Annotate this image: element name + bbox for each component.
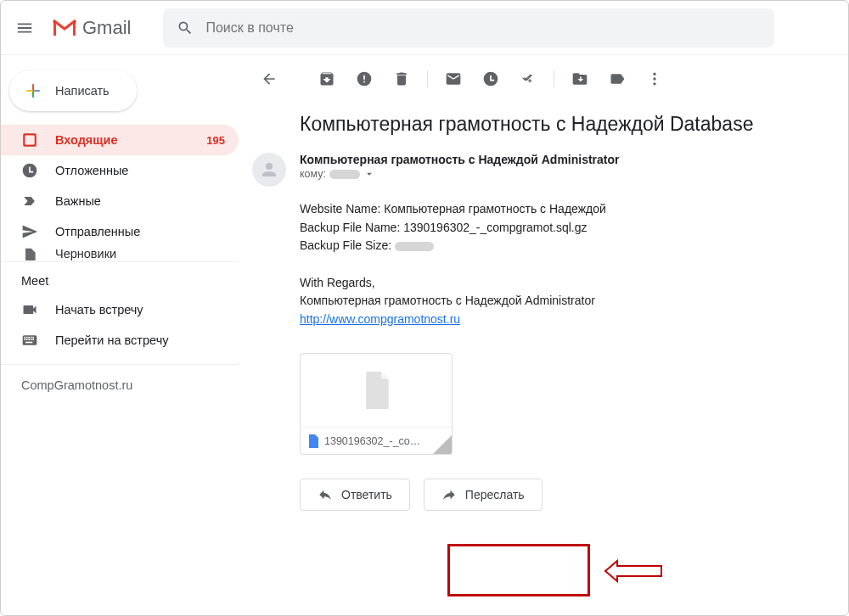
gmail-icon bbox=[52, 19, 77, 37]
meet-join-label: Перейти на встречу bbox=[55, 333, 225, 347]
mark-unread-button[interactable] bbox=[436, 62, 470, 96]
filesize-redacted bbox=[395, 242, 434, 251]
plus-icon bbox=[21, 79, 45, 103]
report-spam-icon bbox=[356, 70, 373, 87]
app-header: Gmail bbox=[1, 1, 848, 55]
back-button[interactable] bbox=[252, 62, 286, 96]
search-icon[interactable] bbox=[168, 11, 202, 45]
sidebar-item-drafts[interactable]: Черновики bbox=[1, 247, 239, 260]
spam-button[interactable] bbox=[347, 62, 381, 96]
attachment-chip[interactable]: 1390196302_-_co… bbox=[300, 353, 453, 455]
body-link[interactable]: http://www.compgramotnost.ru bbox=[300, 312, 460, 326]
meet-start-button[interactable]: Начать встречу bbox=[1, 294, 239, 325]
important-icon bbox=[21, 193, 38, 210]
reply-icon bbox=[318, 487, 333, 502]
svg-rect-6 bbox=[32, 337, 34, 339]
svg-rect-5 bbox=[31, 337, 32, 339]
delete-icon bbox=[393, 70, 410, 87]
gmail-logo[interactable]: Gmail bbox=[52, 17, 156, 39]
toolbar-divider bbox=[427, 70, 428, 87]
labels-button[interactable] bbox=[600, 62, 634, 96]
meet-join-button[interactable]: Перейти на встречу bbox=[1, 325, 239, 356]
forward-icon bbox=[441, 487, 457, 502]
add-task-icon bbox=[520, 70, 537, 87]
clock-icon bbox=[21, 162, 38, 179]
sidebar-item-label: Входящие bbox=[55, 133, 189, 147]
more-vert-icon bbox=[646, 70, 663, 87]
mail-subject: Компьютерная грамотность с Надеждой Data… bbox=[239, 103, 835, 153]
hangouts-section[interactable]: CompGramotnost.ru bbox=[1, 364, 239, 406]
svg-rect-3 bbox=[26, 337, 28, 339]
svg-rect-11 bbox=[32, 339, 34, 340]
sidebar-item-label: Черновики bbox=[55, 247, 225, 260]
forward-label: Переслать bbox=[465, 488, 525, 501]
toolbar-divider bbox=[554, 70, 554, 87]
sidebar-item-important[interactable]: Важные bbox=[1, 186, 239, 216]
mail-toolbar bbox=[239, 55, 848, 103]
recipient-redacted bbox=[329, 170, 360, 179]
folder-move-icon bbox=[571, 70, 588, 87]
inbox-icon bbox=[21, 132, 38, 148]
archive-button[interactable] bbox=[310, 62, 344, 96]
svg-rect-7 bbox=[24, 339, 25, 340]
sidebar-item-inbox[interactable]: Входящие 195 bbox=[1, 125, 239, 155]
compose-button[interactable]: Написать bbox=[9, 70, 137, 111]
sidebar-item-label: Отправленные bbox=[55, 225, 225, 238]
sender-avatar[interactable] bbox=[252, 153, 286, 187]
keyboard-icon bbox=[21, 332, 38, 349]
app-name: Gmail bbox=[82, 17, 131, 39]
annotation-highlight bbox=[447, 544, 590, 596]
video-icon bbox=[21, 301, 38, 318]
move-to-button[interactable] bbox=[563, 62, 597, 96]
svg-rect-8 bbox=[26, 339, 28, 340]
sidebar-item-label: Отложенные bbox=[55, 164, 225, 177]
svg-point-14 bbox=[653, 73, 655, 76]
svg-rect-4 bbox=[28, 337, 30, 339]
mail-body: Website Name: Компьютерная грамотность с… bbox=[239, 192, 835, 338]
label-icon bbox=[609, 70, 626, 87]
delete-button[interactable] bbox=[385, 62, 419, 96]
svg-point-15 bbox=[653, 77, 655, 80]
recipient-line[interactable]: кому: bbox=[300, 168, 835, 180]
to-label: кому: bbox=[300, 168, 326, 180]
forward-button[interactable]: Переслать bbox=[424, 479, 543, 511]
more-button[interactable] bbox=[638, 62, 672, 96]
meet-start-label: Начать встречу bbox=[55, 303, 225, 316]
svg-point-16 bbox=[653, 82, 655, 85]
sidebar-item-sent[interactable]: Отправленные bbox=[1, 216, 239, 247]
folder-list: Входящие 195 Отложенные Важные Отправлен… bbox=[1, 125, 239, 260]
person-icon bbox=[259, 160, 279, 180]
mail-unread-icon bbox=[445, 70, 462, 87]
meet-section: Meet Начать встречу Перейти на встречу bbox=[1, 261, 239, 356]
sidebar-item-snoozed[interactable]: Отложенные bbox=[1, 155, 239, 186]
arrow-left-icon bbox=[261, 70, 278, 87]
search-bar[interactable] bbox=[163, 8, 774, 48]
svg-rect-10 bbox=[31, 339, 32, 340]
hamburger-icon bbox=[15, 19, 34, 37]
svg-rect-12 bbox=[25, 342, 32, 344]
svg-rect-9 bbox=[28, 339, 30, 340]
clock-icon bbox=[482, 70, 499, 87]
sender-name: Компьютерная грамотность с Надеждой Admi… bbox=[300, 153, 835, 166]
unread-count: 195 bbox=[206, 134, 225, 147]
chevron-down-icon bbox=[363, 168, 375, 180]
annotation-arrow-icon bbox=[604, 559, 663, 583]
attachment-filename: 1390196302_-_co… bbox=[324, 435, 420, 447]
snooze-button[interactable] bbox=[474, 62, 508, 96]
sidebar: Написать Входящие 195 Отложенные Важные … bbox=[1, 55, 239, 615]
draft-icon bbox=[21, 247, 38, 260]
main-menu-button[interactable] bbox=[4, 8, 45, 48]
compose-label: Написать bbox=[55, 84, 110, 98]
search-input[interactable] bbox=[202, 14, 769, 42]
attachment-preview bbox=[301, 354, 452, 427]
svg-point-13 bbox=[528, 79, 535, 86]
meet-title: Meet bbox=[1, 271, 239, 294]
fold-corner-icon bbox=[433, 435, 452, 454]
mail-main: Компьютерная грамотность с Надеждой Data… bbox=[239, 55, 848, 615]
reply-button[interactable]: Ответить bbox=[300, 479, 410, 511]
svg-rect-0 bbox=[24, 134, 35, 145]
add-task-button[interactable] bbox=[511, 62, 545, 96]
reply-label: Ответить bbox=[341, 488, 392, 501]
hangouts-label: CompGramotnost.ru bbox=[21, 378, 132, 392]
file-icon bbox=[361, 372, 391, 409]
